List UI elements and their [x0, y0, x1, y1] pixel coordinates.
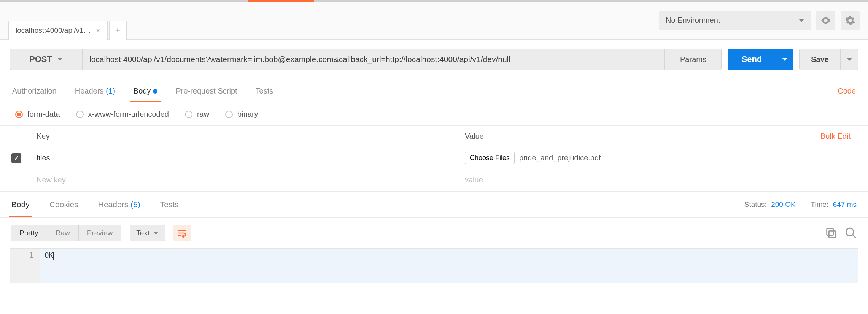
- environment-label: No Environment: [666, 16, 720, 25]
- svg-point-2: [846, 228, 854, 236]
- key-input-new[interactable]: [37, 176, 454, 184]
- response-view-select: Pretty Raw Preview: [11, 225, 121, 241]
- top-accent: [248, 0, 314, 2]
- tab-tests[interactable]: Tests: [256, 87, 273, 95]
- resp-tab-cookies[interactable]: Cookies: [49, 200, 78, 209]
- caret-icon: [53, 252, 54, 260]
- unsaved-dot-icon: [153, 89, 157, 94]
- key-input[interactable]: [37, 154, 454, 162]
- chevron-down-icon: [57, 58, 63, 61]
- chevron-down-icon: [847, 58, 852, 61]
- search-button[interactable]: [844, 227, 857, 239]
- radio-icon: [15, 111, 23, 118]
- body-type-radios: form-data x-www-form-urlencoded raw bina…: [0, 103, 868, 126]
- table-row: [0, 169, 868, 191]
- request-tab[interactable]: localhost:4000/api/v1… ✕: [8, 21, 108, 40]
- environment-select[interactable]: No Environment: [659, 11, 811, 30]
- copy-icon: [825, 227, 838, 239]
- choose-files-button[interactable]: Choose Files: [465, 152, 515, 164]
- radio-icon: [185, 111, 192, 118]
- table-row: ✓ Choose Files pride_and_prejudice.pdf: [0, 147, 868, 169]
- status-label: Status: 200 OK: [744, 200, 796, 209]
- response-tabs: Body Cookies Headers (5) Tests Status: 2…: [0, 191, 868, 218]
- http-method-select[interactable]: POST: [10, 49, 82, 70]
- resp-tab-headers-label: Headers: [98, 200, 128, 209]
- status-value: 200 OK: [771, 200, 795, 208]
- kv-header: Key Value Bulk Edit: [0, 126, 868, 147]
- resp-tab-tests[interactable]: Tests: [160, 200, 179, 209]
- kv-key-header: Key: [33, 126, 458, 147]
- format-label: Text: [136, 229, 149, 237]
- radio-label: binary: [237, 110, 258, 119]
- headers-count: (1): [106, 87, 115, 95]
- svg-rect-0: [829, 231, 835, 237]
- eye-icon: [820, 15, 831, 26]
- radio-label: raw: [197, 110, 209, 119]
- row-checkbox[interactable]: ✓: [11, 153, 21, 163]
- bulk-edit-link[interactable]: Bulk Edit: [820, 132, 861, 141]
- svg-line-3: [852, 235, 856, 238]
- radio-icon: [225, 111, 233, 118]
- radio-icon: [76, 111, 84, 118]
- tab-headers[interactable]: Headers (1): [75, 87, 115, 95]
- code-link[interactable]: Code: [838, 87, 856, 95]
- top-bar: localhost:4000/api/v1… ✕ + No Environmen…: [0, 2, 868, 40]
- request-line: POST Params Send Save: [0, 40, 868, 79]
- kv-value-header: Value: [465, 132, 484, 141]
- radio-form-data[interactable]: form-data: [15, 110, 60, 119]
- params-button[interactable]: Params: [665, 49, 722, 70]
- file-name: pride_and_prejudice.pdf: [519, 154, 601, 162]
- preview-environment-button[interactable]: [816, 11, 835, 30]
- view-raw[interactable]: Raw: [47, 225, 78, 241]
- tab-prerequest[interactable]: Pre-request Script: [176, 87, 237, 95]
- response-format-select[interactable]: Text: [130, 225, 165, 241]
- response-controls: Pretty Raw Preview Text: [0, 218, 868, 248]
- chevron-down-icon: [153, 232, 159, 235]
- time-label: Time: 647 ms: [811, 200, 857, 209]
- url-input[interactable]: [82, 49, 665, 70]
- line-wrap-button[interactable]: [173, 225, 191, 241]
- radio-binary[interactable]: binary: [225, 110, 258, 119]
- tab-body-label: Body: [134, 87, 151, 95]
- radio-label: form-data: [27, 110, 60, 119]
- http-method-label: POST: [29, 54, 52, 64]
- response-text[interactable]: OK: [40, 249, 858, 283]
- request-tab-label: localhost:4000/api/v1…: [16, 26, 91, 35]
- resp-tab-headers[interactable]: Headers (5): [98, 200, 140, 209]
- copy-button[interactable]: [825, 227, 838, 239]
- save-button[interactable]: Save: [799, 49, 841, 70]
- send-dropdown-button[interactable]: [776, 49, 793, 70]
- radio-raw[interactable]: raw: [185, 110, 209, 119]
- view-preview[interactable]: Preview: [78, 225, 121, 241]
- tab-headers-label: Headers: [75, 87, 104, 95]
- search-icon: [844, 227, 857, 239]
- chevron-down-icon: [782, 58, 787, 61]
- value-input-new[interactable]: [465, 176, 861, 184]
- save-dropdown-button[interactable]: [841, 49, 858, 70]
- chevron-down-icon: [799, 19, 804, 22]
- tab-authorization[interactable]: Authorization: [12, 87, 57, 95]
- send-button[interactable]: Send: [728, 49, 776, 70]
- radio-urlencoded[interactable]: x-www-form-urlencoded: [76, 110, 169, 119]
- line-gutter: 1: [10, 249, 40, 283]
- resp-headers-count: (5): [130, 200, 140, 209]
- request-tabs: Authorization Headers (1) Body Pre-reque…: [0, 79, 868, 103]
- view-pretty[interactable]: Pretty: [11, 225, 47, 241]
- add-tab-button[interactable]: +: [109, 21, 127, 40]
- close-icon[interactable]: ✕: [95, 27, 100, 34]
- radio-label: x-www-form-urlencoded: [88, 110, 169, 119]
- wrap-icon: [177, 228, 187, 238]
- gear-icon: [845, 15, 855, 26]
- tab-body[interactable]: Body: [134, 87, 158, 95]
- time-value: 647 ms: [833, 200, 857, 208]
- resp-tab-body[interactable]: Body: [11, 200, 30, 209]
- settings-button[interactable]: [841, 11, 860, 30]
- response-body: 1 OK: [10, 248, 858, 283]
- svg-rect-1: [827, 229, 833, 235]
